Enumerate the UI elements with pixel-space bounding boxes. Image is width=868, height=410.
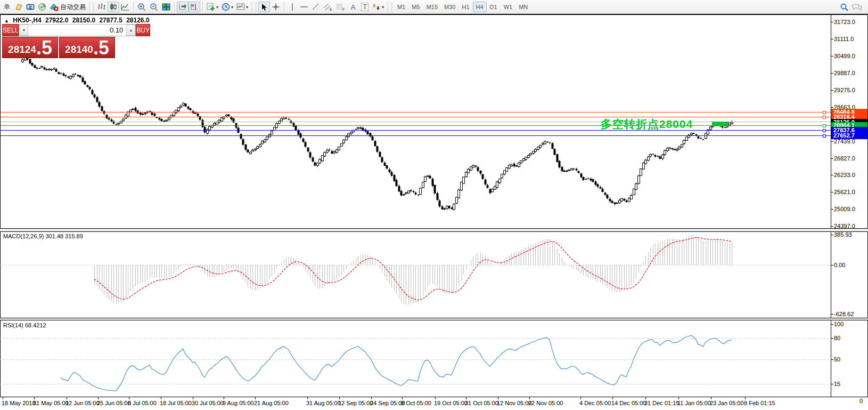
open-value: 27922.0 <box>45 17 68 24</box>
time-axis-tickmark <box>612 397 613 399</box>
autotrading-button[interactable]: 自动交易 <box>48 2 87 12</box>
price-axis-tickmark <box>831 175 833 175</box>
horizontal-line-object[interactable] <box>1 135 831 136</box>
macd-chart-canvas[interactable] <box>0 231 831 318</box>
buy-button[interactable]: BUY <box>136 24 150 36</box>
time-axis-tickmark <box>193 397 193 399</box>
time-axis-label: 12 Sep 05:00 <box>338 400 373 406</box>
indicators-button[interactable]: ▾ <box>205 2 220 12</box>
line-handle[interactable] <box>823 134 826 138</box>
rsi-axis-label: 50 <box>834 356 867 363</box>
line-handle[interactable] <box>823 129 826 132</box>
line-chart-button[interactable] <box>119 2 131 12</box>
horizontal-line-object[interactable] <box>1 125 831 126</box>
time-axis-tickmark <box>745 397 746 399</box>
periods-button[interactable]: ▾ <box>220 2 235 12</box>
chart-annotation-text[interactable]: 多空转折点28004 <box>601 117 693 132</box>
chat-button[interactable] <box>850 2 864 12</box>
tile-windows-button[interactable] <box>160 2 172 12</box>
profile-icon <box>26 3 35 11</box>
separator <box>133 2 134 12</box>
cursor-tool-button[interactable] <box>258 2 270 12</box>
toolbar-grip <box>391 3 392 11</box>
price-axis-tickmark <box>831 22 833 22</box>
market-watch-icon[interactable] <box>13 2 24 12</box>
text-label-tool[interactable]: T <box>359 2 371 12</box>
sell-price-box[interactable]: 28124.5 <box>2 37 58 58</box>
bar-chart-button[interactable] <box>96 2 108 12</box>
time-axis-tickmark <box>307 397 308 399</box>
timeframe-button-M30[interactable]: M30 <box>441 2 458 12</box>
timeframe-group: M1M5M15M30H1H4D1W1MN <box>394 2 531 12</box>
line-handle[interactable] <box>823 116 826 119</box>
zoom-in-button[interactable] <box>136 2 148 12</box>
timeframe-button-M1[interactable]: M1 <box>394 2 408 12</box>
horizontal-line-object[interactable] <box>1 112 831 112</box>
candlestick-chart-button[interactable] <box>108 2 119 12</box>
new-order-label: 单 <box>4 3 10 12</box>
one-click-collapse-icon[interactable]: ▲ <box>4 18 9 23</box>
profile-button[interactable] <box>24 2 36 12</box>
time-axis-label: 8 Feb 01:15 <box>744 400 775 406</box>
toolbar-right-group <box>838 2 867 12</box>
timeframe-button-W1[interactable]: W1 <box>501 2 516 12</box>
horizontal-line-object[interactable] <box>1 117 831 117</box>
auto-scroll-button[interactable] <box>177 2 189 12</box>
close-value: 28126.0 <box>126 17 149 24</box>
templates-button[interactable]: ▾ <box>235 2 250 12</box>
vertical-line-tool[interactable] <box>286 2 298 12</box>
horizontal-line-object[interactable] <box>1 130 831 131</box>
trendline-tool[interactable] <box>310 2 322 12</box>
channel-tool[interactable]: E <box>322 2 334 12</box>
timeframe-button-MN[interactable]: MN <box>515 2 531 12</box>
low-value: 27877.5 <box>99 17 122 24</box>
text-tool[interactable]: A <box>347 2 359 12</box>
time-axis-tickmark <box>529 397 530 399</box>
timeframe-button-M5[interactable]: M5 <box>408 2 423 12</box>
candlestick-icon <box>109 3 118 11</box>
rsi-axis-tickmark <box>831 338 833 339</box>
price-axis-tick: 25621.0 <box>834 189 867 195</box>
time-axis-label: 31 May 05:00 <box>33 400 69 406</box>
line-handle[interactable] <box>823 111 826 114</box>
time-axis-label: 21 Aug 05:00 <box>254 400 289 406</box>
line-handle[interactable] <box>823 124 826 127</box>
timeframe-button-H4[interactable]: H4 <box>473 2 487 12</box>
timeframe-button-D1[interactable]: D1 <box>487 2 501 12</box>
price-axis-tick: 31111.0 <box>834 36 867 42</box>
new-order-button[interactable]: 单 <box>1 2 13 12</box>
buy-price-box[interactable]: 28140.5 <box>59 37 115 58</box>
timeframe-button-M15[interactable]: M15 <box>423 2 441 12</box>
rsi-chart-canvas[interactable] <box>0 320 831 397</box>
horizontal-line-object[interactable] <box>1 122 831 122</box>
horizontal-line-tool[interactable] <box>298 2 310 12</box>
volume-decrease-button[interactable]: ▼ <box>19 25 28 36</box>
clock-icon <box>222 3 230 11</box>
chart-shift-button[interactable] <box>189 2 200 12</box>
macd-axis-tickmark <box>831 314 833 315</box>
rectangle-object[interactable] <box>712 122 728 126</box>
search-button[interactable] <box>838 2 850 12</box>
fibonacci-tool[interactable]: F <box>334 2 347 12</box>
time-axis-label: 12 Jun 05:00 <box>65 400 100 406</box>
horizontal-line-icon <box>300 4 308 10</box>
price-axis-line <box>831 15 831 397</box>
crosshair-tool-button[interactable] <box>270 2 282 12</box>
sell-button[interactable]: SELL <box>2 24 19 36</box>
volume-increase-button[interactable]: ▲ <box>126 25 135 36</box>
separator <box>284 2 284 12</box>
arrows-icon <box>372 3 381 11</box>
macd-axis-label: 385.93 <box>834 231 867 238</box>
rsi-axis-label: 100 <box>834 321 867 327</box>
zoom-out-button[interactable] <box>148 2 160 12</box>
time-axis-label: 8 Oct 05:00 <box>401 400 431 406</box>
timeframe-button-H1[interactable]: H1 <box>458 2 472 12</box>
volume-input[interactable] <box>28 25 126 36</box>
signals-button[interactable] <box>36 2 48 12</box>
macd-axis-label: -628.62 <box>834 311 867 317</box>
arrows-tool[interactable]: ▾ <box>371 2 386 12</box>
line-chart-icon <box>121 3 129 11</box>
time-axis-label: 18 May 2018 <box>2 400 36 406</box>
price-axis-tickmark <box>831 56 833 57</box>
time-axis-tickmark <box>67 397 67 399</box>
